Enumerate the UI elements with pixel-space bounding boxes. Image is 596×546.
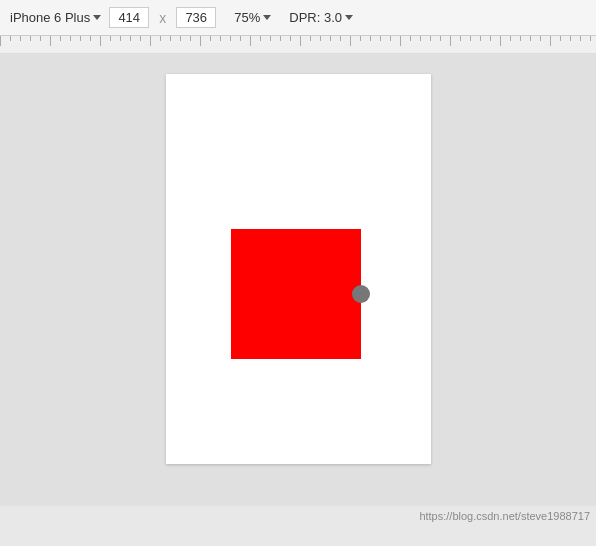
bottom-url-bar: https://blog.csdn.net/steve1988717 bbox=[0, 506, 596, 526]
device-label: iPhone 6 Plus bbox=[10, 10, 90, 25]
canvas-area: https://blog.csdn.net/steve1988717 bbox=[0, 54, 596, 526]
zoom-label: 75% bbox=[234, 10, 260, 25]
resize-handle[interactable] bbox=[352, 285, 370, 303]
dimension-separator: x bbox=[159, 10, 166, 26]
phone-viewport bbox=[166, 74, 431, 464]
width-input[interactable]: 414 bbox=[109, 7, 149, 28]
dpr-label: DPR: 3.0 bbox=[289, 10, 342, 25]
toolbar: iPhone 6 Plus 414 x 736 75% DPR: 3.0 bbox=[0, 0, 596, 36]
url-text: https://blog.csdn.net/steve1988717 bbox=[419, 510, 590, 522]
ruler-marks bbox=[0, 36, 596, 53]
dpr-selector[interactable]: DPR: 3.0 bbox=[289, 10, 353, 25]
device-selector[interactable]: iPhone 6 Plus bbox=[10, 10, 101, 25]
height-input[interactable]: 736 bbox=[176, 7, 216, 28]
device-dropdown-arrow bbox=[93, 15, 101, 20]
dpr-dropdown-arrow bbox=[345, 15, 353, 20]
zoom-selector[interactable]: 75% bbox=[234, 10, 271, 25]
red-square[interactable] bbox=[231, 229, 361, 359]
ruler bbox=[0, 36, 596, 54]
zoom-dropdown-arrow bbox=[263, 15, 271, 20]
